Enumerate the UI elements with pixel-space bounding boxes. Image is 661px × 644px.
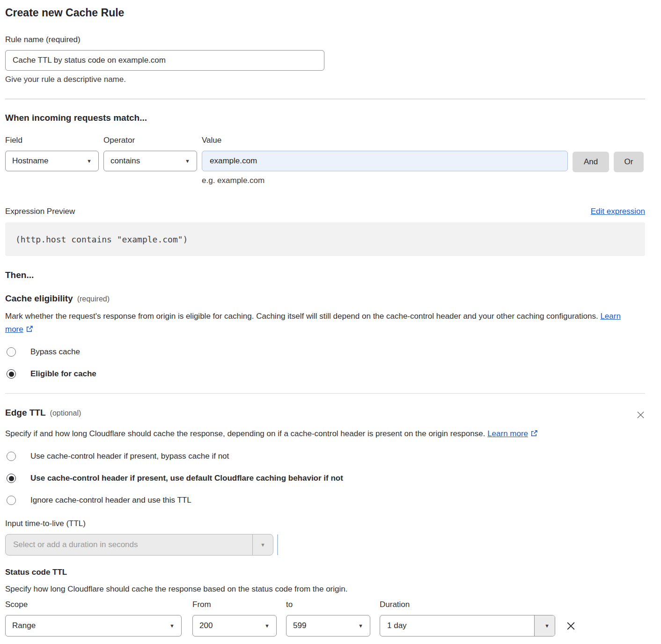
radio-eligible-for-cache[interactable]: Eligible for cache — [5, 369, 645, 379]
edge-ttl-title-group: Edge TTL (optional) — [5, 408, 81, 418]
edge-ttl-description-text: Specify if and how long Cloudflare shoul… — [5, 429, 485, 438]
cache-eligibility-options: Bypass cache Eligible for cache — [5, 347, 645, 379]
expression-code: (http.host contains "example.com") — [15, 234, 188, 244]
from-select-value: 200 — [199, 621, 213, 630]
match-heading: When incoming requests match... — [5, 113, 645, 123]
from-label: From — [192, 600, 277, 609]
rule-name-block: Rule name (required) Give your rule a de… — [5, 35, 645, 84]
chevron-down-icon: ▼ — [185, 158, 190, 164]
to-select-value: 599 — [293, 621, 306, 630]
expression-preview-label: Expression Preview — [5, 207, 75, 216]
value-label: Value — [202, 136, 568, 145]
match-condition-row: Field Hostname ▼ Operator contains ▼ Val… — [5, 136, 645, 185]
ttl-duration-placeholder: Select or add a duration in seconds — [6, 534, 252, 555]
and-button[interactable]: And — [573, 152, 609, 172]
chevron-down-icon: ▼ — [252, 534, 273, 555]
radio-label: Bypass cache — [30, 347, 80, 357]
value-hint: e.g. example.com — [202, 176, 568, 185]
cache-eligibility-header: Cache eligibility (required) — [5, 293, 645, 304]
operator-select[interactable]: contains ▼ — [103, 151, 197, 171]
delete-row-icon[interactable] — [566, 621, 576, 633]
radio-icon — [7, 496, 16, 505]
value-column: Value e.g. example.com — [202, 136, 568, 185]
divider — [5, 393, 645, 394]
status-code-ttl-description: Specify how long Cloudflare should cache… — [5, 585, 645, 594]
field-select-value: Hostname — [12, 156, 48, 166]
duration-select[interactable]: 1 day ▼ — [380, 615, 555, 637]
status-code-ttl-title: Status code TTL — [5, 568, 645, 577]
status-code-ttl-row: Scope Range ▼ From 200 ▼ to 599 ▼ Durati… — [5, 600, 645, 637]
edge-ttl-learn-more-link[interactable]: Learn more — [487, 429, 528, 438]
rule-name-label: Rule name (required) — [5, 35, 645, 44]
operator-select-value: contains — [110, 156, 140, 166]
text-cursor — [277, 534, 278, 555]
edge-ttl-title: Edge TTL — [5, 408, 46, 418]
edge-ttl-qualifier: (optional) — [50, 409, 81, 417]
scope-select[interactable]: Range ▼ — [5, 615, 182, 637]
radio-label: Ignore cache-control header and use this… — [30, 496, 191, 505]
radio-label: Use cache-control header if present, byp… — [30, 452, 229, 461]
rule-name-help: Give your rule a descriptive name. — [5, 75, 645, 84]
from-column: From 200 ▼ — [192, 600, 277, 637]
scope-select-value: Range — [12, 621, 36, 630]
radio-icon — [7, 452, 16, 461]
then-heading: Then... — [5, 270, 645, 280]
value-input[interactable] — [202, 151, 568, 171]
to-label: to — [286, 600, 370, 609]
edge-ttl-description: Specify if and how long Cloudflare shoul… — [5, 427, 632, 441]
radio-bypass-cache[interactable]: Bypass cache — [5, 347, 645, 357]
operator-label: Operator — [103, 136, 197, 145]
expression-preview-header: Expression Preview Edit expression — [5, 207, 645, 216]
radio-use-header-bypass[interactable]: Use cache-control header if present, byp… — [5, 452, 645, 461]
cache-eligibility-description-text: Mark whether the request's response from… — [5, 312, 598, 321]
cache-eligibility-title: Cache eligibility — [5, 293, 73, 304]
chevron-down-icon: ▼ — [358, 623, 363, 629]
to-column: to 599 ▼ — [286, 600, 370, 637]
or-button[interactable]: Or — [614, 152, 644, 172]
external-link-icon — [26, 324, 34, 337]
field-column: Field Hostname ▼ — [5, 136, 99, 185]
duration-column: Duration 1 day ▼ — [380, 600, 555, 637]
edge-ttl-header: Edge TTL (optional) — [5, 408, 645, 421]
field-label: Field — [5, 136, 99, 145]
close-icon[interactable] — [636, 410, 645, 421]
chevron-down-icon: ▼ — [87, 158, 92, 164]
scope-column: Scope Range ▼ — [5, 600, 182, 637]
operator-column: Operator contains ▼ — [103, 136, 197, 185]
radio-use-header-default[interactable]: Use cache-control header if present, use… — [5, 474, 645, 483]
radio-icon — [7, 347, 16, 357]
radio-icon — [7, 369, 16, 379]
cache-eligibility-qualifier: (required) — [77, 295, 110, 303]
radio-ignore-header[interactable]: Ignore cache-control header and use this… — [5, 496, 645, 505]
scope-label: Scope — [5, 600, 182, 609]
edge-ttl-options: Use cache-control header if present, byp… — [5, 452, 645, 505]
ttl-select-row: Select or add a duration in seconds ▼ — [5, 534, 645, 556]
create-cache-rule-form: Create new Cache Rule Rule name (require… — [0, 0, 661, 644]
radio-icon — [7, 474, 16, 483]
page-title: Create new Cache Rule — [5, 7, 645, 19]
ttl-input-label: Input time-to-live (TTL) — [5, 519, 645, 528]
duration-select-value: 1 day — [380, 615, 534, 636]
ttl-duration-select[interactable]: Select or add a duration in seconds ▼ — [5, 534, 273, 556]
radio-label: Eligible for cache — [30, 369, 96, 379]
from-select[interactable]: 200 ▼ — [192, 615, 277, 637]
chevron-down-icon: ▼ — [264, 623, 270, 629]
rule-name-input[interactable] — [5, 50, 324, 71]
chevron-down-icon: ▼ — [169, 623, 175, 629]
edit-expression-link[interactable]: Edit expression — [591, 207, 645, 216]
to-select[interactable]: 599 ▼ — [286, 615, 370, 637]
duration-label: Duration — [380, 600, 555, 609]
chevron-down-icon: ▼ — [534, 615, 555, 636]
field-select[interactable]: Hostname ▼ — [5, 151, 99, 171]
radio-label: Use cache-control header if present, use… — [30, 474, 343, 483]
expression-code-block: (http.host contains "example.com") — [5, 222, 645, 256]
external-link-icon — [530, 428, 538, 441]
cache-eligibility-description: Mark whether the request's response from… — [5, 310, 632, 337]
ttl-input-block: Input time-to-live (TTL) Select or add a… — [5, 519, 645, 556]
divider — [5, 99, 645, 99]
